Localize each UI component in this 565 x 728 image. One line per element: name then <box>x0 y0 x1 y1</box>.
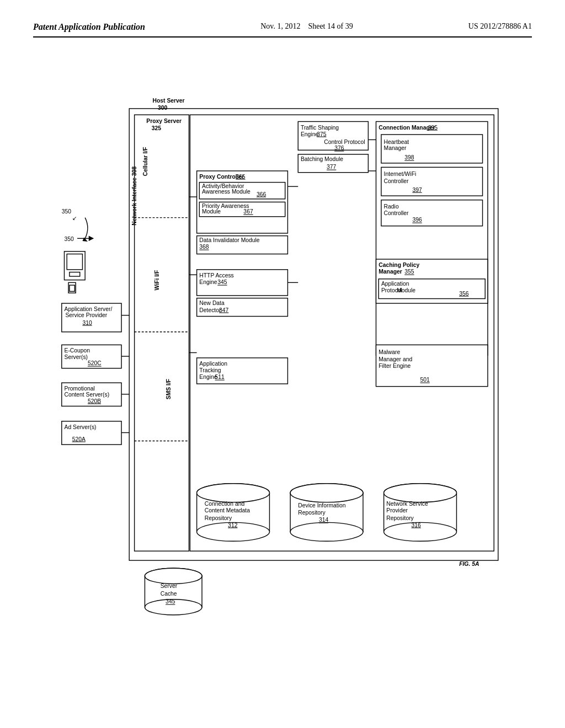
proxy-controller-num: 365 <box>236 174 246 180</box>
wifi-if-label: WiFi I/F <box>154 270 160 291</box>
device-keyboard <box>70 272 80 277</box>
malware-text2: Manager and <box>379 356 412 362</box>
malware-text1: Malware <box>379 349 400 355</box>
heartbeat-text1: Heartbeat <box>384 139 409 145</box>
activity-num: 366 <box>257 191 266 197</box>
control-protocol-num: 376 <box>334 145 344 151</box>
batching-text1: Batching Module <box>301 156 343 162</box>
cylinder2-top2 <box>290 484 363 502</box>
promo-number: 520B <box>88 398 101 404</box>
cylinder3-text3: Repository <box>386 515 414 521</box>
sms-if-label: SMS I/F <box>166 379 172 399</box>
internet-wifi-num: 397 <box>412 187 422 193</box>
cylinder1-top2 <box>197 484 270 502</box>
internet-wifi-text2: Controller <box>384 178 409 184</box>
network-interface-label: Network Interface 308 <box>131 167 137 226</box>
cylinder1-text2: Content Metadata <box>205 507 250 513</box>
patent-number: US 2012/278886 A1 <box>468 22 532 31</box>
activity-text2: Awareness Module <box>202 189 250 195</box>
heartbeat-num: 398 <box>404 154 414 160</box>
arrow-350-path <box>85 218 88 239</box>
http-access-num: 345 <box>217 279 227 285</box>
activity-text1: Activity/Behavior <box>202 183 244 189</box>
new-data-num: 347 <box>219 307 229 313</box>
patent-publication-label: Patent Application Publication <box>33 22 145 32</box>
connection-manager-num: 395 <box>428 125 438 131</box>
data-invalidator-text1: Data Invalidator Module <box>199 237 259 243</box>
ad-server-number: 520A <box>72 436 86 442</box>
cylinder1-num: 312 <box>228 522 238 528</box>
app-server-text2: Service Provider <box>65 312 107 318</box>
priority-text2: Module <box>202 208 221 215</box>
host-server-number: 300 <box>158 105 168 111</box>
server-cache-top2 <box>145 568 202 584</box>
app-tracking-text1: Application <box>199 361 227 367</box>
app-tracking-num: 511 <box>215 374 225 380</box>
connection-manager-label: Connection Manager <box>379 125 435 131</box>
app-protocol-text1: Application <box>381 281 409 287</box>
priority-text1: Priority Awareness <box>202 203 249 209</box>
svg-rect-3 <box>70 285 74 291</box>
caching-policy-label: Caching Policy <box>379 262 419 268</box>
traffic-shaping-text1: Traffic Shaping <box>301 125 339 131</box>
server-cache-num: 345 <box>166 598 175 604</box>
traffic-shaping-text3: Control Protocol <box>324 139 365 145</box>
caching-policy-label2: Manager <box>379 269 402 275</box>
header-center: Nov. 1, 2012 Sheet 14 of 39 <box>260 22 353 31</box>
cylinder2-num: 314 <box>319 517 329 523</box>
sheet-info: Sheet 14 of 39 <box>308 22 353 30</box>
arrow-350-label: 350 <box>65 236 74 242</box>
new-data-text2: Detector <box>199 307 221 313</box>
malware-text3: Filter Engine <box>379 363 411 369</box>
ecoupon-number: 520C <box>88 360 102 366</box>
new-data-text1: New Data <box>199 300 225 306</box>
promo-text1: Promotional <box>65 386 95 392</box>
data-invalidator-num: 368 <box>199 244 209 250</box>
cylinder3-text1: Network Service <box>386 501 428 507</box>
traffic-shaping-text2: Engine <box>301 131 318 137</box>
device-screen <box>67 254 82 270</box>
app-server-number: 310 <box>82 320 92 326</box>
ecoupon-text2: Server(s) <box>65 354 88 360</box>
proxy-server-outer <box>135 115 189 551</box>
server-cache-text2: Cache <box>161 591 177 597</box>
cylinder2-text2: Repository <box>298 510 326 516</box>
traffic-shaping-num: 375 <box>317 131 327 137</box>
malware-num: 501 <box>420 377 430 383</box>
http-access-text1: HTTP Access <box>199 272 233 279</box>
cylinder2-bottom <box>290 522 363 541</box>
cylinder1-text1: Connection and <box>205 501 245 507</box>
header: Patent Application Publication Nov. 1, 2… <box>33 22 532 38</box>
promo-text2: Content Server(s) <box>65 392 110 398</box>
app-tracking-text2: Tracking <box>199 367 221 373</box>
internet-wifi-text1: Internet/WiFi <box>384 171 417 177</box>
radio-ctrl-text2: Controller <box>384 210 409 216</box>
fig-label: FIG. 5A <box>459 561 479 567</box>
http-access-text2: Engine <box>199 279 217 285</box>
ecoupon-text1: E-Coupon <box>65 347 90 354</box>
app-protocol-text3: Module <box>397 287 415 293</box>
arrow-symbol: ↙ <box>72 215 77 221</box>
patent-diagram-svg: text { font-family: Arial, sans-serif; f… <box>33 49 532 683</box>
cylinder1-text3: Repository <box>205 515 232 521</box>
heartbeat-text2: Manager <box>384 145 407 151</box>
caching-policy-num: 355 <box>404 269 414 275</box>
cellular-if-label: Cellular I/F <box>142 147 148 176</box>
publication-date: Nov. 1, 2012 <box>260 22 300 30</box>
cylinder2-text1: Device Information <box>298 502 345 508</box>
cylinder3-num: 316 <box>412 522 422 528</box>
page: Patent Application Publication Nov. 1, 2… <box>0 0 565 728</box>
priority-num: 367 <box>243 208 253 215</box>
radio-ctrl-text1: Radio <box>384 204 399 210</box>
server-cache-text1: Server <box>161 583 178 589</box>
radio-ctrl-num: 396 <box>412 217 422 223</box>
cylinder3-top2 <box>384 484 457 502</box>
app-protocol-num: 356 <box>459 291 469 297</box>
host-server-label: Host Server <box>153 98 185 104</box>
cylinder3-text2: Provider <box>386 507 408 513</box>
batching-num: 377 <box>327 164 337 170</box>
app-server-text1: Application Server/ <box>65 306 113 312</box>
proxy-server-label: Proxy Server <box>146 118 182 124</box>
diagram-area: text { font-family: Arial, sans-serif; f… <box>33 49 532 683</box>
ad-server-text1: Ad Server(s) <box>65 424 97 430</box>
